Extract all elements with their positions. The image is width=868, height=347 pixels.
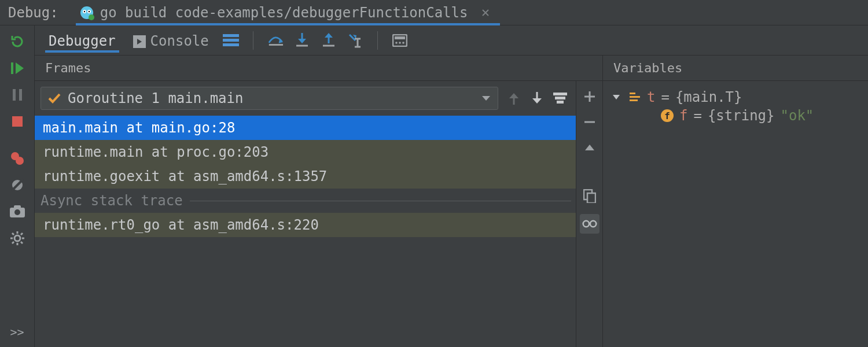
variables-title: Variables <box>603 56 868 81</box>
step-out-icon[interactable] <box>321 32 337 49</box>
variable-type: {string} <box>708 108 775 124</box>
move-up-icon[interactable] <box>582 140 597 155</box>
mute-breakpoints-icon[interactable] <box>9 177 25 193</box>
svg-rect-15 <box>14 205 21 209</box>
svg-point-17 <box>14 235 20 241</box>
svg-rect-27 <box>223 39 239 42</box>
svg-line-24 <box>21 233 23 235</box>
frames-title: Frames <box>35 56 602 81</box>
evaluate-expression-icon[interactable] <box>392 32 408 49</box>
add-watch-icon[interactable] <box>582 89 597 104</box>
svg-rect-26 <box>223 34 239 37</box>
copy-icon[interactable] <box>582 189 597 204</box>
chevron-down-icon <box>481 95 491 102</box>
svg-point-16 <box>14 209 20 215</box>
svg-point-53 <box>590 221 595 227</box>
threads-icon[interactable] <box>223 32 239 49</box>
struct-icon <box>630 93 641 102</box>
tab-console-label: Console <box>150 33 209 49</box>
step-into-icon[interactable] <box>294 32 310 49</box>
stop-icon[interactable] <box>9 113 25 130</box>
variable-value: "ok" <box>781 108 814 124</box>
field-icon: f <box>661 109 674 122</box>
view-breakpoints-icon[interactable] <box>9 150 25 167</box>
tab-debugger[interactable]: Debugger <box>45 28 119 53</box>
check-icon <box>48 93 61 104</box>
equals: = <box>693 108 701 124</box>
separator <box>377 31 378 50</box>
variable-name: t <box>647 89 655 105</box>
variable-value: {main.T} <box>675 89 742 105</box>
svg-rect-45 <box>555 97 565 99</box>
pause-icon[interactable] <box>9 87 25 103</box>
run-config-name: go build code-examples/debuggerFunctionC… <box>100 5 468 21</box>
svg-point-39 <box>395 42 398 44</box>
goroutine-label: Goroutine 1 main.main <box>68 90 243 106</box>
resume-icon[interactable] <box>9 60 25 76</box>
async-stack-label: Async stack trace <box>41 193 183 209</box>
equals: = <box>661 89 669 105</box>
more-icon[interactable]: >> <box>9 324 25 340</box>
goroutine-dropdown[interactable]: Goroutine 1 main.main <box>41 87 498 110</box>
svg-rect-9 <box>12 116 23 127</box>
variable-row[interactable]: t = {main.T} <box>612 88 859 106</box>
svg-line-22 <box>12 233 14 235</box>
svg-rect-7 <box>13 89 16 101</box>
svg-rect-6 <box>11 62 13 74</box>
close-icon[interactable] <box>481 9 490 17</box>
stack-frames-list: main.main at main.go:28 runtime.main at … <box>35 116 576 347</box>
stack-frame[interactable]: runtime.rt0_go at asm_amd64.s:220 <box>35 213 576 237</box>
settings-icon[interactable] <box>9 230 25 246</box>
svg-line-25 <box>12 242 14 243</box>
remove-watch-icon[interactable] <box>582 115 597 130</box>
stack-frame[interactable]: main.main at main.go:28 <box>35 116 576 140</box>
run-config-tab[interactable]: go build code-examples/debuggerFunctionC… <box>76 0 501 25</box>
gopher-icon <box>79 5 94 20</box>
frame-up-icon[interactable] <box>506 91 521 106</box>
camera-icon[interactable] <box>9 204 25 220</box>
svg-rect-51 <box>587 193 595 203</box>
frames-panel: Frames Goroutine 1 main.main <box>35 56 603 347</box>
svg-rect-44 <box>553 93 567 95</box>
variables-gutter <box>576 81 602 347</box>
frame-down-icon[interactable] <box>529 91 545 106</box>
svg-point-11 <box>16 157 24 165</box>
svg-point-52 <box>583 221 589 227</box>
show-watches-icon[interactable] <box>580 214 599 234</box>
run-to-cursor-icon[interactable] <box>347 32 363 49</box>
library-frames-icon[interactable] <box>553 91 568 106</box>
svg-rect-38 <box>395 36 405 39</box>
stack-frame[interactable]: runtime.goexit at asm_amd64.s:1357 <box>35 164 576 189</box>
svg-line-23 <box>21 242 23 243</box>
svg-point-3 <box>84 10 85 12</box>
async-stack-divider: Async stack trace <box>35 189 576 213</box>
stack-frame[interactable]: runtime.main at proc.go:203 <box>35 140 576 164</box>
tab-console[interactable]: Console <box>130 28 212 53</box>
svg-rect-46 <box>557 101 564 104</box>
expand-toggle-icon[interactable] <box>612 94 624 101</box>
svg-rect-8 <box>19 89 22 101</box>
debug-topbar: Debug: go build code-examples/debuggerFu… <box>0 0 868 25</box>
step-over-icon[interactable] <box>267 32 284 49</box>
rerun-icon[interactable] <box>9 34 25 50</box>
variable-name: f <box>679 108 687 124</box>
svg-point-4 <box>89 10 90 12</box>
svg-point-40 <box>399 42 401 44</box>
separator <box>253 31 253 50</box>
debug-side-rail: >> <box>0 25 35 347</box>
console-caret-icon <box>133 35 146 48</box>
svg-point-5 <box>89 14 94 20</box>
svg-point-41 <box>402 42 404 44</box>
svg-rect-28 <box>223 43 239 46</box>
variable-row[interactable]: f f = {string} "ok" <box>612 106 859 125</box>
debug-label: Debug: <box>8 5 58 21</box>
debugger-tabs: Debugger Console <box>35 25 868 56</box>
variables-panel: Variables t = {main.T} <box>603 56 868 347</box>
